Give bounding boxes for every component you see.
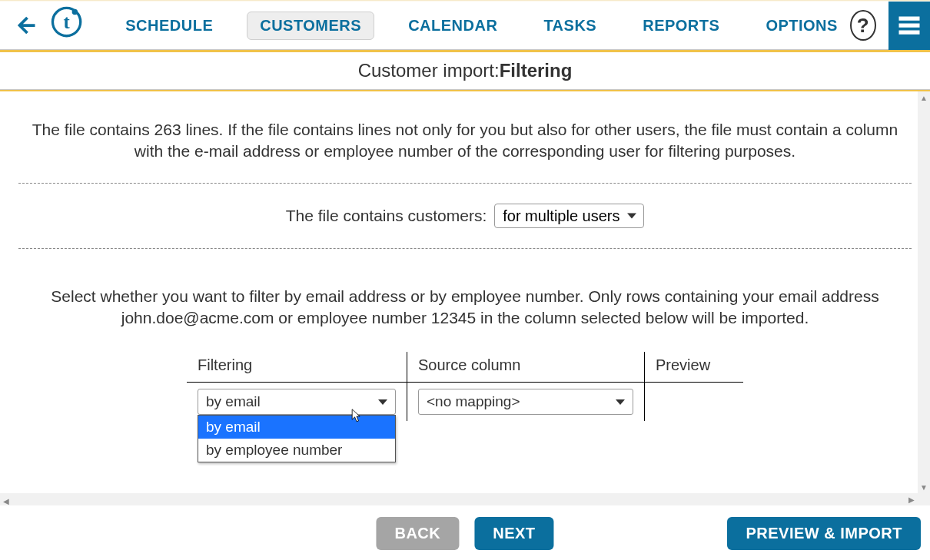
page-title: Customer import: Filtering — [0, 52, 930, 89]
nav-reports[interactable]: REPORTS — [630, 12, 732, 39]
page-title-bold: Filtering — [500, 60, 573, 81]
scroll-right-icon[interactable]: ▶ — [905, 493, 918, 505]
filtering-select[interactable]: by email — [198, 389, 396, 415]
wizard-footer: BACK NEXT PREVIEW & IMPORT — [0, 505, 930, 560]
scope-row: The file contains customers: for multipl… — [9, 184, 921, 248]
next-button[interactable]: NEXT — [474, 517, 553, 550]
scroll-up-icon[interactable]: ▲ — [918, 91, 930, 104]
back-icon-button[interactable] — [14, 14, 37, 37]
col-header-preview: Preview — [645, 352, 744, 383]
preview-import-button[interactable]: PREVIEW & IMPORT — [727, 517, 921, 550]
nav-schedule[interactable]: SCHEDULE — [113, 12, 225, 39]
intro-text: The file contains 263 lines. If the file… — [9, 91, 921, 183]
app-header: t SCHEDULE CUSTOMERS CALENDAR TASKS REPO… — [0, 2, 930, 50]
filter-table: Filtering Source column Preview by email — [187, 352, 743, 421]
page-subheader-wrap: Customer import: Filtering — [0, 50, 930, 90]
chevron-down-icon — [616, 399, 625, 405]
col-header-source: Source column — [407, 352, 645, 383]
filtering-select-value: by email — [206, 393, 261, 410]
vertical-scrollbar[interactable]: ▲ ▼ — [918, 91, 930, 505]
svg-point-1 — [72, 9, 78, 15]
filtering-dropdown-list: by email by employee number — [198, 415, 396, 462]
arrow-left-icon — [14, 14, 37, 37]
filtering-option-by-email[interactable]: by email — [198, 416, 395, 439]
filtering-option-by-employee-number[interactable]: by employee number — [198, 439, 395, 462]
nav-customers[interactable]: CUSTOMERS — [247, 12, 374, 40]
svg-text:t: t — [63, 12, 70, 32]
source-column-value: <no mapping> — [427, 393, 520, 410]
nav-options[interactable]: OPTIONS — [753, 12, 850, 39]
help-button[interactable]: ? — [850, 10, 876, 41]
hamburger-menu-button[interactable] — [888, 2, 930, 50]
col-header-filtering: Filtering — [187, 352, 407, 383]
nav-calendar[interactable]: CALENDAR — [396, 12, 510, 39]
hamburger-icon — [895, 12, 923, 39]
chevron-down-icon — [378, 399, 387, 405]
scope-select[interactable]: for multiple users — [494, 204, 644, 228]
nav-tasks[interactable]: TASKS — [531, 12, 609, 39]
main-nav: SCHEDULE CUSTOMERS CALENDAR TASKS REPORT… — [113, 12, 850, 40]
scroll-down-icon[interactable]: ▼ — [918, 481, 930, 493]
scroll-left-icon[interactable]: ◀ — [0, 495, 12, 506]
page-title-prefix: Customer import: — [358, 60, 500, 81]
horizontal-scrollbar[interactable]: ◀ ▶ — [0, 493, 918, 505]
back-button[interactable]: BACK — [376, 517, 459, 550]
scope-label: The file contains customers: — [286, 207, 487, 225]
main-scroll-area: The file contains 263 lines. If the file… — [0, 91, 930, 505]
instruction-text: Select whether you want to filter by ema… — [9, 249, 921, 345]
source-column-select[interactable]: <no mapping> — [418, 389, 633, 415]
app-logo: t — [51, 6, 82, 45]
